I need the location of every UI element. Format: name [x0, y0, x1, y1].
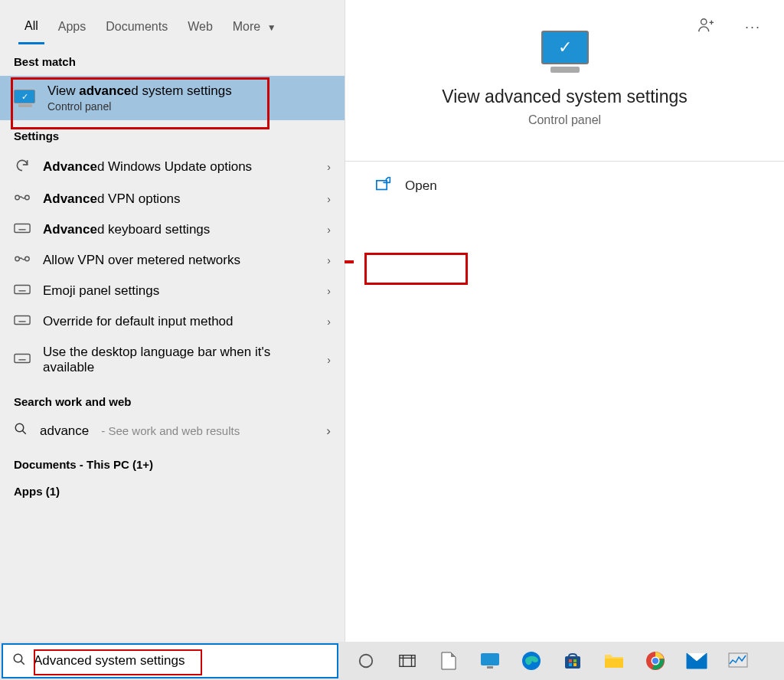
svg-rect-41: [481, 653, 499, 665]
svg-point-1: [25, 195, 29, 200]
tab-web[interactable]: Web: [181, 17, 219, 43]
documents-section-label[interactable]: Documents - This PC (1+): [0, 447, 345, 474]
cortana-icon[interactable]: [348, 642, 384, 679]
chevron-right-icon: ›: [327, 285, 331, 297]
svg-point-9: [25, 257, 29, 261]
chrome-icon[interactable]: [637, 642, 674, 679]
file-explorer-icon[interactable]: [596, 642, 632, 679]
tab-all[interactable]: All: [18, 16, 44, 44]
keyboard-icon: [14, 315, 31, 329]
person-icon[interactable]: [697, 17, 714, 37]
taskbar: [0, 642, 784, 680]
system-monitor-icon[interactable]: [720, 642, 756, 679]
header-actions: ···: [697, 17, 761, 37]
svg-rect-45: [569, 659, 572, 662]
tab-apps[interactable]: Apps: [52, 17, 92, 43]
more-options-icon[interactable]: ···: [745, 19, 761, 35]
svg-line-29: [22, 430, 26, 434]
svg-rect-42: [487, 666, 493, 669]
svg-rect-44: [565, 656, 580, 669]
svg-rect-47: [569, 663, 572, 666]
settings-item-3[interactable]: Allow VPN over metered networks›: [0, 245, 345, 276]
chevron-right-icon: ›: [327, 224, 331, 236]
mail-icon[interactable]: [678, 642, 715, 679]
settings-item-label: Advanced VPN options: [43, 191, 315, 207]
keyboard-icon: [14, 353, 31, 367]
open-action[interactable]: Open: [345, 162, 784, 210]
settings-item-label: Override for default input method: [43, 314, 315, 329]
display-settings-icon[interactable]: [472, 642, 508, 679]
settings-item-label: Advanced keyboard settings: [43, 222, 315, 237]
search-icon: [12, 652, 26, 670]
results-column: All Apps Documents Web More ▼ Best match…: [0, 0, 345, 642]
libreoffice-icon[interactable]: [430, 642, 467, 679]
svg-rect-49: [605, 659, 623, 668]
settings-item-label: Advanced Windows Update options: [43, 159, 315, 175]
svg-point-34: [14, 654, 22, 662]
chevron-right-icon: ›: [326, 423, 331, 439]
chevron-right-icon: ›: [327, 161, 331, 173]
details-subtitle: Control panel: [361, 113, 769, 127]
search-web-label: Search work and web: [0, 383, 345, 414]
settings-item-label: Allow VPN over metered networks: [43, 253, 315, 268]
settings-item-2[interactable]: Advanced keyboard settings›: [0, 214, 345, 245]
svg-point-28: [15, 423, 24, 432]
chevron-right-icon: ›: [327, 315, 331, 328]
monitor-icon-large: ✓: [538, 31, 592, 73]
svg-line-35: [21, 661, 24, 665]
store-icon[interactable]: [554, 642, 591, 679]
svg-rect-54: [729, 653, 747, 667]
settings-list: Advanced Windows Update options›Advanced…: [0, 150, 345, 383]
vpn-icon: [14, 192, 31, 206]
svg-rect-22: [15, 355, 30, 363]
apps-section-label[interactable]: Apps (1): [0, 474, 345, 501]
svg-point-0: [15, 195, 20, 200]
settings-item-label: Use the desktop language bar when it's a…: [43, 345, 315, 375]
settings-item-1[interactable]: Advanced VPN options›: [0, 184, 345, 214]
settings-item-4[interactable]: Emoji panel settings›: [0, 276, 345, 306]
chevron-down-icon: ▼: [267, 22, 276, 33]
svg-rect-48: [573, 663, 577, 666]
svg-rect-10: [15, 286, 30, 294]
settings-item-label: Emoji panel settings: [43, 283, 315, 299]
svg-point-8: [15, 257, 20, 261]
svg-rect-16: [15, 316, 30, 325]
settings-item-5[interactable]: Override for default input method›: [0, 306, 345, 337]
vpn-icon: [14, 253, 31, 267]
chevron-right-icon: ›: [327, 354, 331, 366]
tab-documents[interactable]: Documents: [100, 17, 174, 43]
keyboard-icon: [14, 223, 31, 237]
details-title: View advanced system settings: [361, 87, 769, 107]
svg-point-52: [652, 658, 658, 664]
tab-more[interactable]: More ▼: [227, 17, 283, 43]
settings-item-0[interactable]: Advanced Windows Update options›: [0, 150, 345, 184]
svg-rect-37: [400, 655, 415, 667]
refresh-icon: [14, 158, 31, 176]
web-search-result[interactable]: advance - See work and web results ›: [0, 414, 345, 447]
settings-item-6[interactable]: Use the desktop language bar when it's a…: [0, 337, 345, 383]
details-column: ··· ✓ View advanced system settings Cont…: [345, 0, 784, 642]
chevron-right-icon: ›: [327, 254, 331, 266]
open-icon: [376, 177, 391, 195]
svg-point-36: [360, 655, 373, 668]
keyboard-icon: [14, 284, 31, 298]
search-icon: [14, 422, 28, 440]
svg-rect-46: [573, 659, 577, 662]
windows-search-panel: All Apps Documents Web More ▼ Best match…: [0, 0, 784, 642]
svg-point-30: [701, 19, 707, 25]
search-input[interactable]: [34, 653, 328, 669]
chevron-right-icon: ›: [327, 193, 331, 205]
taskbar-search[interactable]: [2, 643, 338, 678]
settings-label: Settings: [0, 120, 345, 150]
edge-icon[interactable]: [513, 642, 550, 679]
best-match-result[interactable]: ✓ View advanced system settings Control …: [0, 76, 345, 120]
svg-rect-2: [15, 224, 30, 233]
monitor-icon: ✓: [14, 90, 37, 106]
taskbar-icons: [340, 642, 756, 680]
search-tabs: All Apps Documents Web More ▼: [0, 0, 345, 46]
best-match-text: View advanced system settings Control pa…: [47, 83, 232, 113]
best-match-label: Best match: [0, 46, 345, 76]
highlight-dash: [345, 260, 354, 263]
task-view-icon[interactable]: [389, 642, 426, 679]
